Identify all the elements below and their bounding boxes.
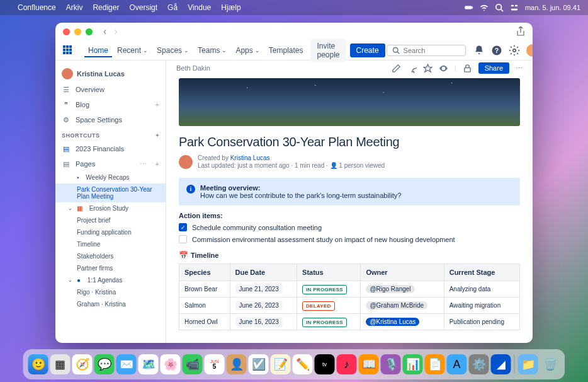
dock-photos[interactable]: 🌸 [161,354,181,374]
dock-finder[interactable]: 🙂 [28,354,48,374]
table-row: Horned Owl June 16, 2023 IN PROGRESS @Kr… [179,314,520,330]
app-name[interactable]: Confluence [18,3,56,12]
tree-rigo[interactable]: Rigo · Kristina [55,286,166,298]
dock-freeform[interactable]: ✏️ [293,354,313,374]
menu-oversigt[interactable]: Oversigt [129,3,157,12]
forward-button[interactable]: › [114,26,117,37]
menubar-datetime[interactable]: man. 5. jun. 09.41 [525,4,580,11]
nav-home[interactable]: Home [84,43,112,57]
nav-templates[interactable]: Templates [265,43,307,57]
tree-weekly-recaps[interactable]: ▪ Weekly Recaps [55,171,166,183]
sidebar-space-settings[interactable]: ⚙Space Settings [55,112,166,127]
dock-downloads[interactable]: 📁 [518,354,538,374]
dock-calendar[interactable]: JUN5 [205,354,225,374]
create-button[interactable]: Create [350,43,385,57]
user-mention[interactable]: @Rigo Rangel [366,285,414,293]
dock-appstore[interactable]: A [447,354,467,374]
user-mention[interactable]: @Graham McBride [366,301,427,310]
blog-icon: ❞ [62,100,71,109]
dock-music[interactable]: ♪ [337,354,357,374]
add-shortcut-icon[interactable]: + [155,132,159,139]
tree-erosion-study[interactable]: ⌄▦ Erosion Study [55,202,166,214]
nav-teams[interactable]: Teams⌄ [194,43,230,57]
watch-icon[interactable] [439,64,448,73]
dock-messages[interactable]: 💬 [94,354,115,374]
back-button[interactable]: ‹ [103,26,106,37]
zoom-window-button[interactable] [86,28,93,35]
dock-confluence[interactable]: ◢ [491,354,511,374]
menu-rediger[interactable]: Rediger [93,3,119,12]
action-items-label: Action items: [179,212,520,219]
search-input[interactable] [404,47,460,54]
share-button[interactable]: Share [478,62,509,74]
cell-owner: @Graham McBride [361,298,444,314]
tree-project-brief[interactable]: Project brief [55,214,166,226]
dock-reminders[interactable]: ☑️ [249,354,269,374]
settings-icon[interactable] [509,45,520,56]
add-icon[interactable]: + [155,101,159,108]
checkbox-action-1[interactable]: ✓ [179,223,187,231]
profile-avatar[interactable] [526,44,533,57]
search-icon-menubar[interactable] [495,3,504,12]
user-mention[interactable]: @Kristina Lucas [366,318,419,326]
nav-spaces[interactable]: Spaces⌄ [153,43,193,57]
search-box[interactable] [387,45,466,56]
invite-people-button[interactable]: Invite people [310,39,346,62]
tree-graham[interactable]: Graham · Kristina [55,298,166,310]
tree-timeline[interactable]: Timeline [55,238,166,250]
menu-hjaelp[interactable]: Hjælp [221,3,240,12]
author-avatar[interactable] [179,155,193,169]
pages-more-icon[interactable]: ⋯ [140,160,147,168]
tree-agendas[interactable]: ⌄● 1:1 Agendas [55,274,166,286]
dock-settings[interactable]: ⚙️ [469,354,489,374]
minimize-window-button[interactable] [74,28,81,35]
help-icon[interactable]: ? [491,45,502,56]
lock-icon[interactable] [463,64,472,73]
nav-recent[interactable]: Recent⌄ [113,43,152,57]
breadcrumb[interactable]: Beth Dakin [176,64,210,72]
menu-vindue[interactable]: Vindue [188,3,211,12]
checkbox-action-2[interactable] [179,235,187,243]
page-byline: Created by Kristina Lucas Last updated: … [179,154,520,169]
macos-share-icon[interactable] [516,26,525,37]
comment-icon[interactable] [407,64,417,73]
wifi-icon[interactable] [480,3,489,12]
star-icon[interactable] [423,64,433,73]
close-window-button[interactable] [63,28,70,35]
add-page-icon[interactable]: + [155,160,159,168]
dock-books[interactable]: 📖 [359,354,379,374]
dock-notes[interactable]: 📝 [271,354,291,374]
dock-facetime[interactable]: 📹 [183,354,203,374]
tree-stakeholders[interactable]: Stakeholders [55,250,166,262]
battery-icon[interactable] [465,3,473,12]
control-center-icon[interactable] [510,3,519,12]
sidebar-pages[interactable]: ▤Pages⋯+ [55,156,166,171]
notifications-icon[interactable] [473,45,485,56]
window-titlebar: ‹ › [55,23,533,40]
tree-partners[interactable]: Partner firms [55,262,166,274]
tree-park-conservation[interactable]: Park Conservation 30-Year Plan Meeting [55,183,166,202]
dock-contacts[interactable]: 👤 [227,354,247,374]
dock-numbers[interactable]: 📊 [403,354,423,374]
dock-tv[interactable]: tv [315,354,335,374]
dock-safari[interactable]: 🧭 [72,354,93,374]
space-header[interactable]: Kristina Lucas [55,66,166,82]
sidebar-blog[interactable]: ❞Blog+ [55,97,166,112]
dock-maps[interactable]: 🗺️ [139,354,159,374]
author-link[interactable]: Kristina Lucas [230,154,270,161]
edit-icon[interactable] [392,64,401,73]
dock-pages[interactable]: 📄 [425,354,445,374]
nav-apps[interactable]: Apps⌄ [232,43,263,57]
app-switcher-icon[interactable] [63,45,72,55]
menu-arkiv[interactable]: Arkiv [66,3,83,12]
more-actions-icon[interactable]: ⋯ [516,64,523,72]
dock-launchpad[interactable]: ▦ [50,354,71,374]
shortcut-2023-financials[interactable]: ▤2023 Financials [55,141,166,156]
dock-podcasts[interactable]: 🎙️ [381,354,401,374]
dock-mail[interactable]: ✉️ [116,354,137,374]
tree-funding[interactable]: Funding application [55,226,166,238]
sidebar-overview[interactable]: ☰Overview [55,82,166,97]
menu-ga[interactable]: Gå [167,3,178,12]
table-row: Salmon June 26, 2023 DELAYED @Graham McB… [179,298,520,314]
dock-trash[interactable]: 🗑️ [540,354,560,374]
